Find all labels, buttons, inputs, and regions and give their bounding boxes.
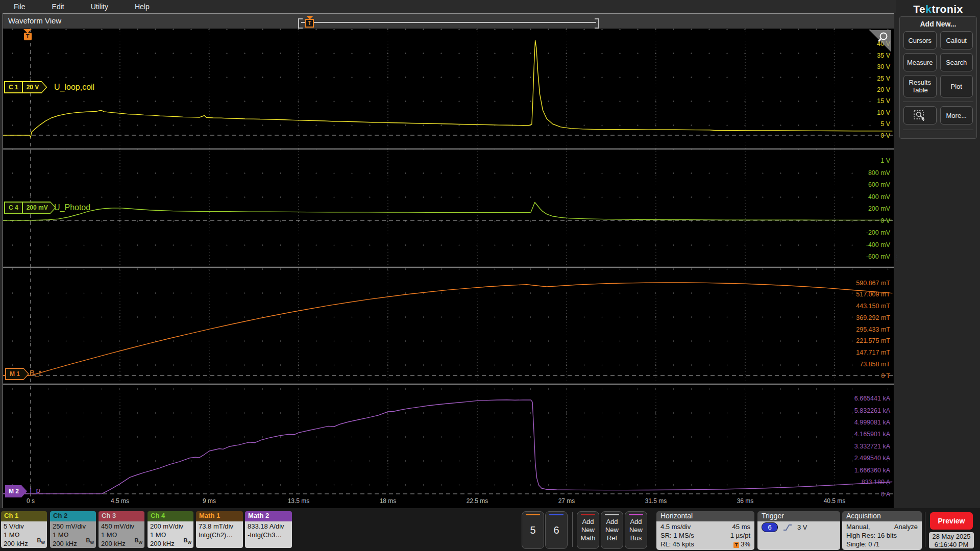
divider [572,512,573,547]
acquisition-single-count: Single: 0 /1 [846,540,879,548]
waveform-view-window: Waveform View T 40 V35 V30 V25 V20 V15 V… [3,13,894,508]
math-scale: 73.8 mT/div [199,522,240,531]
results-table-button[interactable]: Results Table [903,75,937,97]
divider [903,102,973,102]
trace-ch4[interactable] [3,203,892,220]
bottom-settings-bar: Ch 1 5 V/div 1 MΩ 200 kHz BW Ch 2 250 mV… [0,508,980,551]
trigger-t-icon: T [24,33,32,40]
callout-button[interactable]: Callout [940,31,973,49]
trigger-panel[interactable]: Trigger 6 3 V [757,511,840,550]
math-card-math2[interactable]: Math 2 833.18 A/div -Intg(Ch3… [245,511,292,548]
date-time-display[interactable]: 28 May 2025 6:16:40 PM [929,532,974,548]
channel-card-ch3[interactable]: Ch 3 450 mV/div 1 MΩ 200 kHz BW [99,511,144,548]
trace-ch1[interactable] [3,40,892,137]
measure-button[interactable]: Measure [903,53,937,71]
y-axis-label-ch4: 600 mV [868,181,891,188]
channel-card-ch2[interactable]: Ch 2 250 mV/div 1 MΩ 200 kHz BW [50,511,96,548]
trace-label-m2[interactable]: I_p [30,486,40,494]
scrollbar-left-bracket [298,18,303,29]
channel-card-header: Ch 2 [50,511,96,521]
menu-edit[interactable]: Edit [52,3,64,11]
slot-button-6[interactable]: 6 [545,511,568,549]
waveform-view-titlebar: Waveform View T [3,14,894,29]
trigger-panel-title: Trigger [757,511,840,521]
right-sidebar: Tektronix Add New... Cursors Callout Mea… [896,0,980,508]
rising-edge-icon [783,524,792,531]
y-axis-label-math2: 4.165901 kA [854,431,891,438]
scrollbar-track[interactable] [301,22,596,23]
x-axis-label: 13.5 ms [288,497,310,505]
channel-badge-c4[interactable]: C 4 200 mV [4,202,56,214]
cursors-button[interactable]: Cursors [903,31,937,49]
y-axis-label-ch1: 10 V [877,109,890,116]
y-axis-label-math2: 0 A [881,491,891,498]
y-axis-label-math2: 3.332721 kA [854,443,891,450]
trigger-t-icon: T [733,542,739,548]
horizontal-scale: 4.5 ms/div [660,522,691,531]
add-new-title: Add New... [902,20,974,28]
divider [903,130,973,130]
zoom-corner-button[interactable] [868,30,892,55]
math-card-math1[interactable]: Math 1 73.8 mT/div Intg(Ch2)… [196,511,243,548]
oscilloscope-app: File Edit Utility Help Waveform View T 4… [0,0,980,551]
acquisition-analyze: Analyze [894,522,918,531]
horizontal-panel[interactable]: Horizontal 4.5 ms/div45 ms SR: 1 MS/s1 µ… [656,511,754,550]
trace-label-c1[interactable]: U_loop,coil [54,83,94,92]
acquisition-panel-title: Acquisition [842,511,922,521]
y-axis-label-ch4: 1 V [880,157,890,164]
slot-color-stripe [526,514,540,515]
math-badge-m1[interactable]: M 1 [5,368,29,380]
waveform-canvas: 40 V35 V30 V25 V20 V15 V10 V5 V0 V1 V800… [3,29,894,508]
trigger-t-icon: T [305,19,314,28]
y-axis-label-ch1: 30 V [877,63,890,70]
channel-card-header: Ch 1 [1,511,47,521]
x-axis-label: 22.5 ms [467,497,488,505]
minimap-trigger-marker[interactable]: T [305,16,314,28]
acquisition-resolution: High Res: 16 bits [846,531,897,540]
trigger-position-flag[interactable]: T [23,29,32,40]
channel-badge-c1[interactable]: C 1 20 V [4,81,47,93]
graticule[interactable]: 40 V35 V30 V25 V20 V15 V10 V5 V0 V1 V800… [3,29,894,508]
bandwidth-limit-badge: BW [86,536,94,547]
bandwidth-limit-badge: BW [183,536,191,547]
zoom-select-button[interactable] [903,106,937,124]
y-axis-label-ch4: 200 mV [868,205,891,212]
y-axis-label-math1: 590.867 mT [856,280,890,287]
trace-label-c4[interactable]: U_Photod [54,203,90,212]
add-new-ref-button[interactable]: Add New Ref [601,511,623,549]
preview-run-button[interactable]: Preview [930,512,973,530]
sample-rate: SR: 1 MS/s [660,531,694,540]
trace-math1[interactable] [3,283,892,375]
more-button[interactable]: More... [940,106,973,124]
y-axis-label-ch4: 400 mV [868,193,891,201]
menu-help[interactable]: Help [135,3,150,11]
slot-button-5[interactable]: 5 [522,511,544,549]
bandwidth-limit-badge: BW [134,536,142,547]
tektronix-logo: Tektronix [896,3,980,15]
menu-utility[interactable]: Utility [91,3,108,11]
search-button[interactable]: Search [940,53,973,71]
add-new-bus-button[interactable]: Add New Bus [625,511,647,549]
y-axis-label-ch4: -200 mV [866,229,891,236]
trace-math2[interactable] [3,400,892,494]
y-axis-label-math1: 295.433 mT [856,326,890,333]
sample-period: 1 µs/pt [730,531,750,540]
x-axis-label: 36 ms [737,497,754,505]
x-axis-label: 31.5 ms [645,497,667,505]
channel-scale: 5 V/div [4,522,44,531]
y-axis-label-math1: 0 T [881,372,890,380]
bandwidth-limit-badge: BW [37,536,45,547]
acquisition-panel[interactable]: Acquisition Manual,Analyze High Res: 16 … [842,511,922,550]
channel-card-ch1[interactable]: Ch 1 5 V/div 1 MΩ 200 kHz BW [1,511,47,548]
horizontal-position-scrollbar[interactable]: T [298,15,599,28]
trace-label-m1[interactable]: B_t [30,368,41,377]
badge-channel-id: C 4 [5,203,22,213]
menu-file[interactable]: File [14,3,26,11]
plot-button[interactable]: Plot [940,75,973,97]
math-scale: 833.18 A/div [248,522,289,531]
y-axis-label-math2: 1.666360 kA [854,467,891,474]
badge-scale: 200 mV [23,203,55,213]
channel-card-ch4[interactable]: Ch 4 200 mV/div 1 MΩ 200 kHz BW [148,511,193,548]
badge-channel-id: M 1 [6,369,28,379]
add-new-math-button[interactable]: Add New Math [577,511,599,549]
